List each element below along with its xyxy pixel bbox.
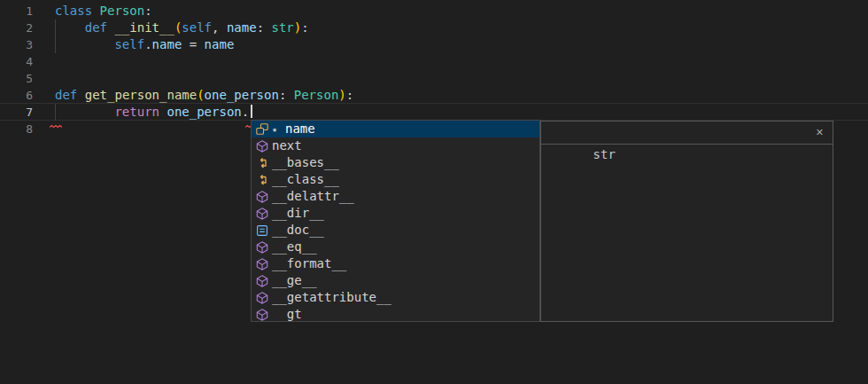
- doc-kind-icon: [255, 223, 269, 238]
- code-token: [55, 20, 85, 35]
- suggestion-item[interactable]: next: [252, 137, 539, 154]
- suggestion-item[interactable]: __bases__: [252, 154, 539, 171]
- code-token: Person: [100, 4, 145, 18]
- suggestion-label: __bases__: [272, 154, 339, 171]
- code-line[interactable]: return one_person.: [55, 104, 249, 121]
- code-token: ): [338, 88, 345, 102]
- suggestion-label: next: [272, 137, 302, 154]
- suggestion-item[interactable]: ★name: [252, 121, 539, 137]
- code-token: str: [271, 20, 293, 35]
- method-kind-icon: [255, 274, 269, 288]
- line-number: 8: [0, 121, 33, 137]
- code-token: :: [279, 88, 294, 102]
- code-token: :: [346, 88, 353, 102]
- line-number: 6: [0, 87, 33, 104]
- class-kind-icon: [255, 156, 269, 170]
- method-kind-icon: [255, 257, 269, 271]
- code-token: self: [114, 37, 144, 51]
- code-token: :: [144, 4, 151, 18]
- code-token: name: [227, 20, 257, 35]
- method-kind-icon: [255, 139, 269, 153]
- suggestion-label: __gt__: [272, 306, 317, 322]
- code-line[interactable]: def get_person_name(one_person: Person):: [55, 87, 353, 104]
- autocomplete-dropdown[interactable]: ★namenext__bases____class____delattr____…: [251, 120, 540, 322]
- suggestion-label: __format__: [272, 255, 346, 272]
- code-token: [55, 37, 114, 51]
- method-kind-icon: [255, 190, 269, 204]
- details-header: str ✕: [541, 121, 833, 145]
- suggestion-item[interactable]: __gt__: [252, 306, 539, 322]
- suggestion-label: __delattr__: [272, 188, 354, 205]
- code-token: one_person: [205, 88, 279, 102]
- suggestion-label: __doc__: [272, 222, 324, 239]
- method-kind-icon: [255, 308, 269, 322]
- suggestion-item[interactable]: __getattribute__: [252, 289, 539, 306]
- text-cursor: [251, 105, 252, 118]
- field-kind-icon: [255, 122, 269, 137]
- code-token: [92, 4, 99, 18]
- code-token: one_person: [167, 105, 241, 119]
- close-icon[interactable]: ✕: [816, 121, 824, 144]
- code-line[interactable]: def __init__(self, name: str):: [55, 20, 309, 36]
- line-number: 1: [0, 3, 33, 20]
- code-token: :: [257, 20, 272, 35]
- code-token: =: [182, 37, 204, 51]
- line-number: 7: [0, 104, 33, 121]
- code-token: self: [182, 20, 212, 35]
- code-token: [77, 88, 84, 102]
- line-number: 5: [0, 70, 33, 87]
- suggestion-label: __getattribute__: [272, 289, 391, 306]
- suggestion-details-panel: str ✕: [540, 121, 833, 322]
- suggestion-item[interactable]: __eq__: [252, 239, 539, 255]
- code-token: class: [55, 4, 92, 18]
- suggestion-item[interactable]: __doc__: [252, 222, 539, 239]
- suggestion-item[interactable]: __ge__: [252, 272, 539, 289]
- suggestion-item[interactable]: __delattr__: [252, 188, 539, 205]
- line-number: 2: [0, 20, 33, 36]
- code-token: def: [55, 88, 77, 102]
- code-token: :: [301, 20, 308, 35]
- code-token: name: [152, 37, 182, 51]
- code-token: Person: [294, 88, 339, 102]
- line-number: 4: [0, 53, 33, 70]
- suggestion-label: __eq__: [272, 239, 317, 255]
- suggestion-label: __ge__: [272, 272, 317, 289]
- line-number: 3: [0, 36, 33, 53]
- code-token: get_person_name: [85, 88, 197, 102]
- code-token: (: [197, 88, 204, 102]
- code-token: return: [114, 105, 159, 119]
- code-token: ,: [212, 20, 227, 35]
- method-kind-icon: [255, 207, 269, 221]
- suggestion-label: __class__: [272, 171, 339, 188]
- suggestion-label: __dir__: [272, 205, 324, 222]
- intellicode-star-icon: ★: [272, 121, 281, 137]
- code-token: name: [205, 37, 235, 51]
- method-kind-icon: [255, 291, 269, 305]
- code-token: def: [85, 20, 107, 35]
- suggestion-label: name: [285, 121, 315, 137]
- code-token: __init__: [114, 20, 174, 35]
- error-squiggle: [50, 115, 62, 120]
- code-line[interactable]: self.name = name: [55, 36, 234, 53]
- suggestion-item[interactable]: __dir__: [252, 205, 539, 222]
- code-token: ): [294, 20, 301, 35]
- code-editor[interactable]: 12345678 class Person: def __init__(self…: [0, 0, 868, 384]
- details-signature: str: [593, 147, 616, 161]
- suggestion-item[interactable]: __class__: [252, 171, 539, 188]
- code-token: [55, 105, 114, 119]
- class-kind-icon: [255, 173, 269, 187]
- code-line[interactable]: class Person:: [55, 3, 152, 20]
- method-kind-icon: [255, 240, 269, 255]
- suggestion-item[interactable]: __format__: [252, 255, 539, 272]
- code-token: .: [144, 37, 151, 51]
